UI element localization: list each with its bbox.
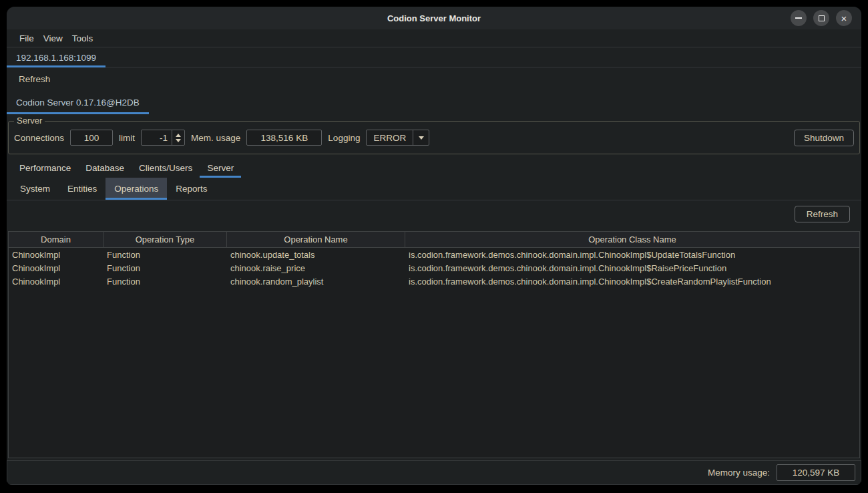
- window-controls: ×: [791, 10, 852, 26]
- limit-value: -1: [142, 130, 172, 145]
- connections-value: 100: [84, 133, 99, 143]
- shutdown-button[interactable]: Shutdown: [794, 130, 854, 146]
- memory-usage-label: Memory usage:: [708, 468, 770, 478]
- host-tab-bar: 192.168.1.168:1099: [7, 47, 861, 67]
- tab-entities[interactable]: Entities: [59, 178, 105, 200]
- cell-operation-class-name: is.codion.framework.demos.chinook.domain…: [405, 248, 859, 261]
- menu-view[interactable]: View: [39, 33, 67, 43]
- window-title: Codion Server Monitor: [7, 7, 861, 29]
- tab-server[interactable]: Server: [200, 158, 241, 178]
- menu-tools[interactable]: Tools: [67, 33, 98, 43]
- minimize-icon: [795, 17, 802, 19]
- limit-spinner[interactable]: -1: [141, 130, 185, 146]
- mem-usage-value: 138,516 KB: [261, 133, 308, 143]
- status-bar: Memory usage: 120,597 KB: [7, 460, 861, 485]
- refresh-menu-item[interactable]: Refresh: [19, 74, 50, 84]
- table-row[interactable]: ChinookImpl Function chinook.update_tota…: [9, 248, 859, 261]
- operations-panel: Refresh Domain Operation Type Operation …: [7, 200, 861, 460]
- desktop-background: Codion Server Monitor × File View Tools …: [0, 0, 868, 493]
- tab-clients-users-label: Clients/Users: [139, 163, 192, 173]
- close-button[interactable]: ×: [836, 10, 852, 26]
- table-header-row: Domain Operation Type Operation Name Ope…: [9, 232, 859, 248]
- app-window: Codion Server Monitor × File View Tools …: [7, 7, 861, 485]
- server-sub-tab-bar: System Entities Operations Reports: [7, 178, 861, 200]
- mem-usage-field[interactable]: 138,516 KB: [246, 130, 322, 146]
- tab-reports-label: Reports: [176, 184, 207, 194]
- spinner-buttons: [172, 130, 184, 145]
- limit-label: limit: [119, 133, 135, 143]
- logging-label: Logging: [328, 133, 360, 143]
- tab-reports[interactable]: Reports: [167, 178, 216, 200]
- host-tab-label: 192.168.1.168:1099: [16, 53, 96, 63]
- tab-server-label: Server: [207, 163, 234, 173]
- tab-system[interactable]: System: [11, 178, 59, 200]
- combo-arrow-section[interactable]: [413, 130, 429, 145]
- tab-server-instance[interactable]: Codion Server 0.17.16@H2DB: [7, 90, 149, 114]
- cell-domain: ChinookImpl: [9, 248, 103, 261]
- cell-operation-type: Function: [103, 261, 227, 275]
- server-groupbox-row: Connections 100 limit -1 Mem. usage 138,…: [14, 130, 854, 146]
- logging-combobox[interactable]: ERROR: [366, 130, 429, 146]
- tab-performance[interactable]: Performance: [12, 158, 78, 178]
- tab-clients-users[interactable]: Clients/Users: [132, 158, 200, 178]
- tab-database[interactable]: Database: [78, 158, 132, 178]
- column-header-domain[interactable]: Domain: [9, 232, 103, 247]
- cell-domain: ChinookImpl: [9, 275, 103, 288]
- cell-operation-class-name: is.codion.framework.demos.chinook.domain…: [405, 275, 859, 288]
- server-instance-tab-label: Codion Server 0.17.16@H2DB: [16, 98, 140, 108]
- chevron-down-icon: [419, 136, 424, 140]
- tab-operations-label: Operations: [114, 184, 158, 194]
- connections-label: Connections: [14, 133, 64, 143]
- cell-operation-type: Function: [103, 275, 227, 288]
- table-row[interactable]: ChinookImpl Function chinook.random_play…: [9, 275, 859, 288]
- maximize-icon: [819, 15, 825, 21]
- tab-host-address[interactable]: 192.168.1.168:1099: [7, 47, 105, 67]
- close-icon: ×: [841, 13, 847, 23]
- refresh-row: Refresh: [7, 67, 861, 90]
- tab-database-label: Database: [85, 163, 124, 173]
- connections-field[interactable]: 100: [70, 130, 113, 146]
- cell-domain: ChinookImpl: [9, 261, 103, 275]
- refresh-button[interactable]: Refresh: [795, 206, 850, 222]
- logging-selected-value: ERROR: [367, 130, 413, 145]
- spinner-up-icon[interactable]: [176, 134, 181, 137]
- cell-operation-name: chinook.update_totals: [227, 248, 405, 261]
- memory-usage-value: 120,597 KB: [793, 468, 840, 478]
- tab-performance-label: Performance: [19, 163, 71, 173]
- server-groupbox-title: Server: [14, 116, 45, 126]
- spinner-down-icon[interactable]: [176, 139, 181, 142]
- column-header-operation-type[interactable]: Operation Type: [103, 232, 227, 247]
- cell-operation-type: Function: [103, 248, 227, 261]
- server-instance-tab-bar: Codion Server 0.17.16@H2DB: [7, 90, 861, 114]
- menu-file[interactable]: File: [15, 33, 39, 43]
- table-row[interactable]: ChinookImpl Function chinook.raise_price…: [9, 261, 859, 275]
- menu-bar: File View Tools: [7, 29, 861, 47]
- server-groupbox: Server Connections 100 limit -1 Mem. usa…: [8, 121, 860, 154]
- cell-operation-class-name: is.codion.framework.demos.chinook.domain…: [405, 261, 859, 275]
- operations-table: Domain Operation Type Operation Name Ope…: [8, 231, 860, 458]
- memory-usage-field[interactable]: 120,597 KB: [777, 464, 855, 481]
- mem-usage-label: Mem. usage: [191, 133, 240, 143]
- column-header-operation-name[interactable]: Operation Name: [227, 232, 405, 247]
- column-header-operation-class-name[interactable]: Operation Class Name: [405, 232, 859, 247]
- tab-system-label: System: [20, 184, 50, 194]
- cell-operation-name: chinook.random_playlist: [227, 275, 405, 288]
- title-bar[interactable]: Codion Server Monitor ×: [7, 7, 861, 29]
- main-tab-bar: Performance Database Clients/Users Serve…: [7, 158, 861, 178]
- minimize-button[interactable]: [791, 10, 807, 26]
- tab-operations[interactable]: Operations: [105, 178, 167, 200]
- maximize-button[interactable]: [813, 10, 829, 26]
- cell-operation-name: chinook.raise_price: [227, 261, 405, 275]
- tab-entities-label: Entities: [67, 184, 97, 194]
